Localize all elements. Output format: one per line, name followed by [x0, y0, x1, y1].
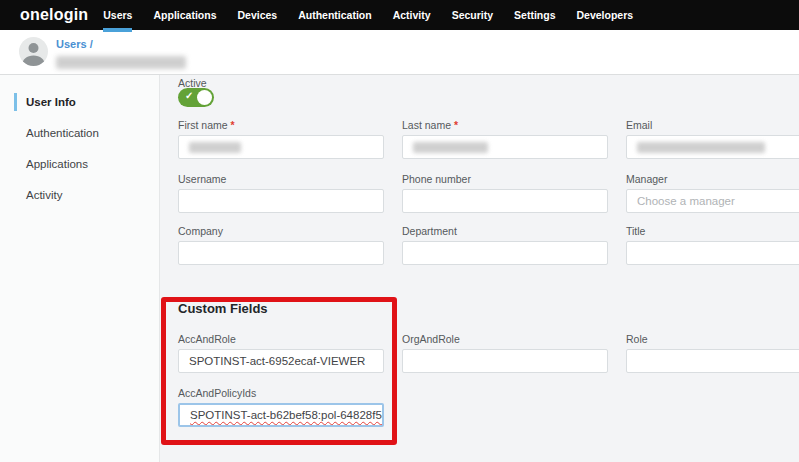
role-input[interactable] [626, 349, 799, 373]
field-acc-and-policy-ids: AccAndPolicyIds SPOTINST-act-b62bef58:po… [178, 387, 384, 427]
acc-and-role-label: AccAndRole [178, 333, 384, 346]
last-name-label: Last name* [402, 119, 608, 132]
field-last-name: Last name* [402, 119, 608, 159]
user-info-form: Active ✓ First name* Last name* Email Us… [160, 75, 799, 462]
redacted-first-name [189, 142, 241, 153]
custom-fields-heading: Custom Fields [178, 301, 268, 316]
field-first-name: First name* [178, 119, 384, 159]
company-input[interactable] [178, 241, 384, 265]
sidebar: User Info Authentication Applications Ac… [0, 75, 160, 462]
field-acc-and-role: AccAndRole SPOTINST-act-6952ecaf-VIEWER [178, 333, 384, 373]
nav-tab-developers[interactable]: Developers [576, 0, 633, 30]
email-label: Email [626, 119, 799, 132]
nav-tab-activity[interactable]: Activity [393, 0, 431, 30]
nav-tab-users[interactable]: Users [103, 0, 132, 30]
acc-and-role-input[interactable]: SPOTINST-act-6952ecaf-VIEWER [178, 349, 384, 373]
avatar [19, 37, 48, 66]
company-label: Company [178, 225, 384, 238]
redacted-last-name [413, 142, 488, 153]
required-asterisk: * [454, 119, 458, 131]
sidebar-item-user-info[interactable]: User Info [14, 93, 159, 111]
acc-and-policy-ids-input[interactable]: SPOTINST-act-b62bef58:pol-64828f58 [178, 403, 384, 427]
onelogin-user-profile-screen: onelogin Users Applications Devices Auth… [0, 0, 799, 462]
username-input[interactable] [178, 189, 384, 213]
nav-tab-applications[interactable]: Applications [153, 0, 216, 30]
email-input[interactable] [626, 135, 799, 159]
role-label: Role [626, 333, 799, 346]
nav-tab-settings[interactable]: Settings [514, 0, 555, 30]
sidebar-item-activity[interactable]: Activity [14, 186, 159, 204]
required-asterisk: * [231, 119, 235, 131]
active-toggle[interactable]: ✓ [178, 88, 214, 107]
department-label: Department [402, 225, 608, 238]
nav-tab-security[interactable]: Security [452, 0, 493, 30]
title-label: Title [626, 225, 799, 238]
field-manager: Manager Choose a manager [626, 173, 799, 213]
manager-placeholder: Choose a manager [637, 195, 735, 207]
page-header: Users / [0, 30, 799, 75]
redacted-username [56, 56, 186, 69]
first-name-label: First name* [178, 119, 384, 132]
person-icon [19, 37, 48, 66]
field-department: Department [402, 225, 608, 265]
nav-items: Users Applications Devices Authenticatio… [103, 0, 633, 30]
toggle-knob [197, 90, 212, 105]
onelogin-logo[interactable]: onelogin [20, 6, 88, 24]
sidebar-item-authentication[interactable]: Authentication [14, 124, 159, 142]
breadcrumb-users-link[interactable]: Users / [56, 38, 93, 50]
username-label: Username [178, 173, 384, 186]
field-role: Role [626, 333, 799, 373]
field-username: Username [178, 173, 384, 213]
org-and-role-label: OrgAndRole [402, 333, 608, 346]
sidebar-item-applications[interactable]: Applications [14, 155, 159, 173]
nav-tab-devices[interactable]: Devices [237, 0, 277, 30]
title-input[interactable] [626, 241, 799, 265]
redacted-email [637, 142, 765, 153]
field-company: Company [178, 225, 384, 265]
field-title: Title [626, 225, 799, 265]
acc-and-policy-ids-label: AccAndPolicyIds [178, 387, 384, 400]
top-navbar: onelogin Users Applications Devices Auth… [0, 0, 799, 30]
manager-select[interactable]: Choose a manager [626, 189, 799, 213]
check-icon: ✓ [185, 90, 193, 101]
phone-number-input[interactable] [402, 189, 608, 213]
department-input[interactable] [402, 241, 608, 265]
manager-label: Manager [626, 173, 799, 186]
org-and-role-input[interactable] [402, 349, 608, 373]
last-name-input[interactable] [402, 135, 608, 159]
field-phone-number: Phone number [402, 173, 608, 213]
field-email: Email [626, 119, 799, 159]
field-org-and-role: OrgAndRole [402, 333, 608, 373]
nav-tab-authentication[interactable]: Authentication [298, 0, 372, 30]
first-name-input[interactable] [178, 135, 384, 159]
phone-number-label: Phone number [402, 173, 608, 186]
